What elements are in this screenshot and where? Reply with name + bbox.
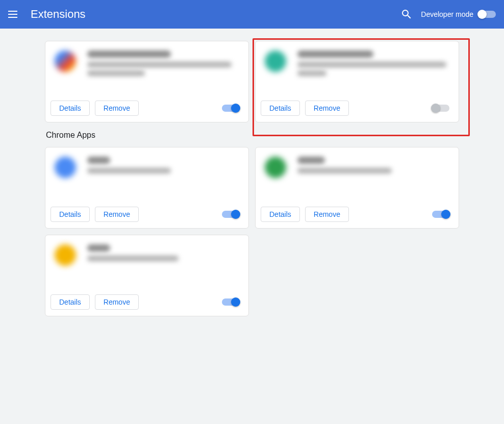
details-button[interactable]: Details [51, 101, 90, 116]
extension-icon [55, 244, 76, 266]
extension-title [87, 244, 110, 252]
enable-toggle[interactable] [432, 105, 449, 112]
enable-toggle[interactable] [222, 105, 239, 112]
extension-card: DetailsRemove [45, 41, 249, 122]
remove-button[interactable]: Remove [305, 207, 349, 222]
hamburger-menu-icon[interactable] [8, 8, 20, 20]
header-bar: Extensions Developer mode [0, 0, 504, 29]
enable-toggle[interactable] [432, 211, 449, 218]
page-title: Extensions [31, 8, 86, 21]
remove-button[interactable]: Remove [305, 101, 349, 116]
extension-title [87, 157, 110, 164]
chrome-apps-heading: Chrome Apps [46, 131, 458, 140]
details-button[interactable]: Details [51, 207, 90, 222]
app-card: DetailsRemove [45, 147, 249, 229]
extension-icon [265, 157, 286, 178]
remove-button[interactable]: Remove [95, 101, 139, 116]
app-card: DetailsRemove [45, 235, 249, 316]
apps-grid: DetailsRemoveDetailsRemoveDetailsRemove [45, 147, 459, 316]
extension-description [87, 62, 232, 67]
dev-mode-label: Developer mode [421, 10, 473, 18]
extension-card: DetailsRemove [255, 41, 459, 122]
extensions-grid: DetailsRemoveDetailsRemove [45, 41, 459, 122]
extension-description [87, 168, 171, 173]
dev-mode-toggle[interactable] [478, 11, 496, 18]
extension-title [297, 157, 325, 164]
remove-button[interactable]: Remove [95, 294, 139, 310]
extension-description [297, 70, 326, 76]
extension-description [87, 256, 179, 261]
extension-icon [265, 51, 286, 72]
extension-title [297, 51, 373, 58]
extension-description [87, 70, 145, 76]
enable-toggle[interactable] [222, 211, 239, 218]
app-card: DetailsRemove [255, 147, 459, 229]
extension-icon [55, 157, 76, 178]
extension-description [297, 62, 446, 67]
extension-description [297, 168, 392, 173]
extension-icon [55, 51, 76, 72]
remove-button[interactable]: Remove [95, 207, 139, 222]
details-button[interactable]: Details [261, 207, 300, 222]
details-button[interactable]: Details [261, 101, 300, 116]
content-area: DetailsRemoveDetailsRemove Chrome Apps D… [0, 29, 504, 329]
enable-toggle[interactable] [222, 298, 239, 306]
search-icon[interactable] [400, 8, 413, 20]
details-button[interactable]: Details [51, 294, 90, 310]
extension-title [87, 51, 171, 58]
